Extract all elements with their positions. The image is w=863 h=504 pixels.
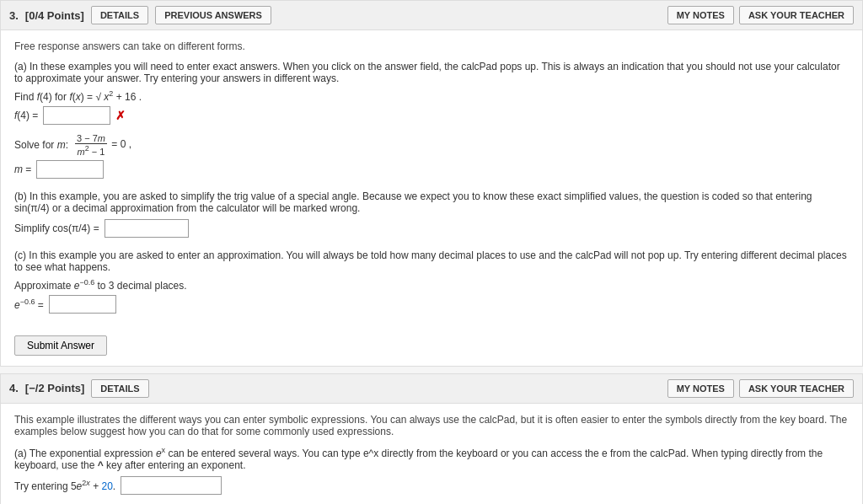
error-icon-f4: ✗ <box>115 109 126 122</box>
previous-answers-button[interactable]: PREVIOUS ANSWERS <box>155 6 271 24</box>
part-3a-label: (a) In these examples you will need to e… <box>14 61 849 84</box>
f4-label: f(4) = <box>14 110 38 121</box>
section-4-title: 4. <box>9 382 19 394</box>
exp-label: e−0.6 = <box>14 298 44 311</box>
section-4: 4. [−/2 Points] DETAILS MY NOTES ASK YOU… <box>0 373 863 504</box>
solve-m-fraction: 3 − 7m m2 − 1 = 0 , <box>73 133 131 157</box>
part-3b-label: (b) In this example, you are asked to si… <box>14 190 849 214</box>
simplify-cos-text: Simplify cos(π/4) = <box>14 223 99 234</box>
approx-line: Approximate e−0.6 to 3 decimal places. <box>14 278 849 292</box>
solve-m-text: Solve for m: <box>14 139 68 151</box>
submit-button-3[interactable]: Submit Answer <box>14 335 107 356</box>
m-input[interactable] <box>36 160 104 179</box>
section-3-header-right: MY NOTES ASK YOUR TEACHER <box>667 6 854 24</box>
section-4-content: This example illustrates the different w… <box>1 404 862 504</box>
solve-m-line: Solve for m: 3 − 7m m2 − 1 = 0 , <box>14 133 849 157</box>
cos-input[interactable] <box>105 219 189 238</box>
part-3a: (a) In these examples you will need to e… <box>14 61 849 179</box>
part-3c-label: (c) In this example you are asked to ent… <box>14 249 849 273</box>
my-notes-button-3[interactable]: MY NOTES <box>667 6 734 24</box>
f4-input-line: f(4) = ✗ <box>14 106 849 125</box>
approx-text: Approximate e−0.6 to 3 decimal places. <box>14 278 187 292</box>
section-3-content: Free response answers can take on differ… <box>1 30 862 366</box>
submit-area-3: Submit Answer <box>14 325 849 356</box>
section-3: 3. [0/4 Points] DETAILS PREVIOUS ANSWERS… <box>0 0 863 367</box>
my-notes-button-4[interactable]: MY NOTES <box>667 379 734 398</box>
details-button-3[interactable]: DETAILS <box>91 6 148 24</box>
exp-expression-input[interactable] <box>121 476 222 495</box>
section-4-header-right: MY NOTES ASK YOUR TEACHER <box>667 379 854 398</box>
part-4a: (a) The exponential expression ex can be… <box>14 446 849 495</box>
f4-input[interactable] <box>43 106 110 125</box>
find-f4-line: Find f(4) for f(x) = √ x2 + 16 . <box>14 89 849 103</box>
part-3b: (b) In this example, you are asked to si… <box>14 190 849 238</box>
section-4-intro: This example illustrates the different w… <box>14 414 849 437</box>
exp-input-line: e−0.6 = <box>14 295 849 314</box>
section-3-header: 3. [0/4 Points] DETAILS PREVIOUS ANSWERS… <box>1 1 862 30</box>
m-input-line: m = <box>14 160 849 179</box>
part-4a-label: (a) The exponential expression ex can be… <box>14 446 849 471</box>
ask-teacher-button-4[interactable]: ASK YOUR TEACHER <box>739 379 854 398</box>
section-3-title: 3. <box>9 9 19 22</box>
section-4-header-left: 4. [−/2 Points] DETAILS <box>9 379 149 398</box>
details-button-4[interactable]: DETAILS <box>91 379 148 398</box>
section-4-header: 4. [−/2 Points] DETAILS MY NOTES ASK YOU… <box>1 374 862 404</box>
try-5e2x-text: Try entering 5e2x + 20. <box>14 479 115 492</box>
try-5e2x-line: Try entering 5e2x + 20. <box>14 476 849 495</box>
simplify-cos-line: Simplify cos(π/4) = <box>14 219 849 238</box>
part-3c: (c) In this example you are asked to ent… <box>14 249 849 314</box>
section-3-points: [0/4 Points] <box>25 9 84 22</box>
ask-teacher-button-3[interactable]: ASK YOUR TEACHER <box>739 6 854 24</box>
exp-input[interactable] <box>49 295 116 314</box>
section-4-points: [−/2 Points] <box>25 382 84 394</box>
m-label: m = <box>14 164 31 175</box>
section-3-intro: Free response answers can take on differ… <box>14 40 849 52</box>
find-f4-text: Find f(4) for f(x) = √ x2 + 16 . <box>14 89 142 103</box>
section-3-header-left: 3. [0/4 Points] DETAILS PREVIOUS ANSWERS <box>9 6 271 24</box>
